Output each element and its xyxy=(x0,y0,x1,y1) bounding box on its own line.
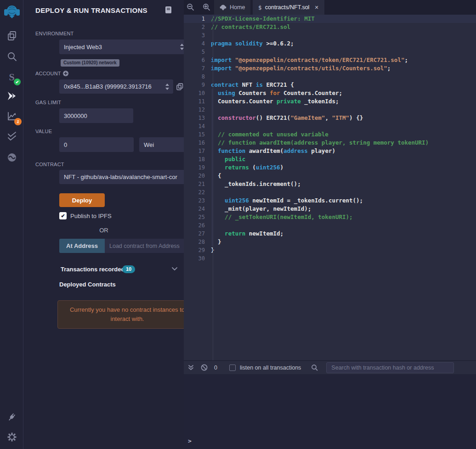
expand-terminal-icon[interactable] xyxy=(188,365,194,371)
code-line: 29} xyxy=(184,246,476,254)
sidebar-item-plugin-manager[interactable] xyxy=(0,408,23,426)
line-content xyxy=(209,254,211,263)
main-area: Home $ contracts/NFT.sol ✕ 1//SPDX-Licen… xyxy=(184,0,476,449)
contract-select[interactable]: NFT - github/ava-labs/avalanche-smart-co… xyxy=(59,170,196,184)
code-line: 10 using Counters for Counters.Counter; xyxy=(184,89,476,97)
remix-logo[interactable] xyxy=(0,3,23,21)
sidebar-item-file-explorer[interactable] xyxy=(0,27,23,45)
line-content: public xyxy=(209,155,245,163)
copy-account-icon[interactable] xyxy=(176,83,183,90)
line-number: 18 xyxy=(184,155,209,163)
code-line: 23 uint256 newItemId = _tokenIds.current… xyxy=(184,196,476,205)
deploy-button[interactable]: Deploy xyxy=(59,193,105,207)
deployed-contracts-label: Deployed Contracts xyxy=(59,281,116,288)
code-line: 20 { xyxy=(184,172,476,180)
or-divider: OR xyxy=(24,227,184,234)
line-number: 13 xyxy=(184,114,209,122)
plugin-manager-icon xyxy=(6,411,17,422)
listen-transactions-label: listen on all transactions xyxy=(240,365,301,371)
sidebar-item-settings[interactable] xyxy=(0,428,23,446)
code-line: 26 xyxy=(184,221,476,230)
code-line: 1//SPDX-License-Identifier: MIT xyxy=(184,15,476,23)
sidebar-item-deploy-run[interactable] xyxy=(0,87,23,106)
sidebar-item-analytics[interactable]: 1 xyxy=(0,107,23,125)
line-content: } xyxy=(209,238,221,246)
solidity-file-icon: $ xyxy=(258,4,262,11)
file-explorer-icon xyxy=(6,30,17,41)
environment-label: ENVIRONMENT xyxy=(35,31,74,36)
publish-ipfs-checkbox[interactable]: ✔ xyxy=(59,212,67,219)
at-address-button[interactable]: At Address xyxy=(59,239,105,253)
line-number: 12 xyxy=(184,106,209,114)
tab-home[interactable]: Home xyxy=(214,0,250,15)
line-content: contract NFT is ERC721 { xyxy=(209,81,294,89)
line-content: _tokenIds.increment(); xyxy=(209,180,301,188)
value-unit: Wei xyxy=(144,141,154,148)
contract-value: NFT - github/ava-labs/avalanche-smart-co… xyxy=(64,174,177,180)
zoom-in-icon[interactable] xyxy=(203,3,210,11)
at-address-input[interactable] xyxy=(105,239,196,253)
close-tab-icon[interactable]: ✕ xyxy=(314,5,318,11)
environment-select[interactable]: Injected Web3 xyxy=(59,39,188,54)
listen-transactions-checkbox[interactable] xyxy=(229,365,236,371)
line-number: 7 xyxy=(184,64,209,73)
line-number: 29 xyxy=(184,246,209,254)
line-number: 5 xyxy=(184,48,209,56)
contract-label: CONTRACT xyxy=(35,162,64,167)
line-number: 14 xyxy=(184,122,209,130)
line-content xyxy=(209,122,211,130)
line-content: function awardItem(address player) xyxy=(209,147,335,155)
line-content: } xyxy=(209,246,215,254)
network-badge: Custom (10920) network xyxy=(61,59,119,67)
code-line: 4pragma solidity >=0.6.2; xyxy=(184,39,476,48)
line-number: 26 xyxy=(184,221,209,230)
line-content: using Counters for Counters.Counter; xyxy=(209,89,342,97)
transactions-recorded-row[interactable]: Transactions recorded 10 xyxy=(24,265,184,275)
code-line: 15 // commented out unused variable xyxy=(184,130,476,139)
sidebar-item-debugger[interactable] xyxy=(0,148,23,167)
clear-console-icon[interactable] xyxy=(201,364,208,371)
code-line: 30 xyxy=(184,254,476,263)
account-select[interactable]: 0x845...B1aB3 (999992.3913716 xyxy=(59,79,173,94)
code-line: 24 _mint(player, newItemId); xyxy=(184,205,476,213)
tab-contracts-nft-sol[interactable]: $ contracts/NFT.sol ✕ xyxy=(253,0,324,15)
line-number: 19 xyxy=(184,163,209,172)
line-content: uint256 newItemId = _tokenIds.current(); xyxy=(209,196,363,205)
caret-updown-icon xyxy=(165,84,170,90)
account-label: ACCOUNT xyxy=(35,71,61,76)
line-number: 8 xyxy=(184,73,209,81)
code-line: 5 xyxy=(184,48,476,56)
account-value: 0x845...B1aB3 (999992.3913716 xyxy=(64,83,152,90)
terminal-prompt: > xyxy=(188,438,192,444)
tab-file-label: contracts/NFT.sol xyxy=(265,4,310,11)
sidebar-item-solidity-compiler[interactable]: S ✔ xyxy=(0,68,23,86)
home-tab-icon xyxy=(220,4,227,11)
line-number: 27 xyxy=(184,230,209,238)
sidebar-item-unit-testing[interactable] xyxy=(0,127,23,146)
line-content xyxy=(209,188,211,196)
tab-strip: Home $ contracts/NFT.sol ✕ xyxy=(184,0,476,15)
line-number: 20 xyxy=(184,172,209,180)
line-content xyxy=(209,31,211,39)
code-line: 28 } xyxy=(184,238,476,246)
gas-limit-input[interactable] xyxy=(59,108,133,123)
code-line: 13 constructor() ERC721("GameItem", "ITM… xyxy=(184,114,476,122)
line-content: Counters.Counter private _tokenIds; xyxy=(209,97,339,106)
docs-icon[interactable] xyxy=(165,6,172,14)
code-line: 2// contracts/ERC721.sol xyxy=(184,23,476,31)
code-editor[interactable]: 1//SPDX-License-Identifier: MIT2// contr… xyxy=(184,15,476,360)
sidebar-item-search[interactable] xyxy=(0,47,23,66)
zoom-out-icon[interactable] xyxy=(187,3,194,11)
add-account-icon[interactable] xyxy=(62,70,69,77)
terminal-output[interactable]: > xyxy=(184,374,476,449)
value-input[interactable] xyxy=(59,137,134,152)
terminal-search-input[interactable] xyxy=(326,362,454,373)
environment-value: Injected Web3 xyxy=(64,44,102,51)
publish-ipfs-row: ✔ Publish to IPFS xyxy=(59,212,112,219)
code-line: 12 xyxy=(184,106,476,114)
line-number: 4 xyxy=(184,39,209,48)
chevron-down-icon[interactable] xyxy=(172,267,177,271)
code-line: 7import "@openzeppelin/contracts/utils/C… xyxy=(184,64,476,73)
code-line: 14 xyxy=(184,122,476,130)
line-content: // _setTokenURI(newItemId, tokenURI); xyxy=(209,213,353,221)
